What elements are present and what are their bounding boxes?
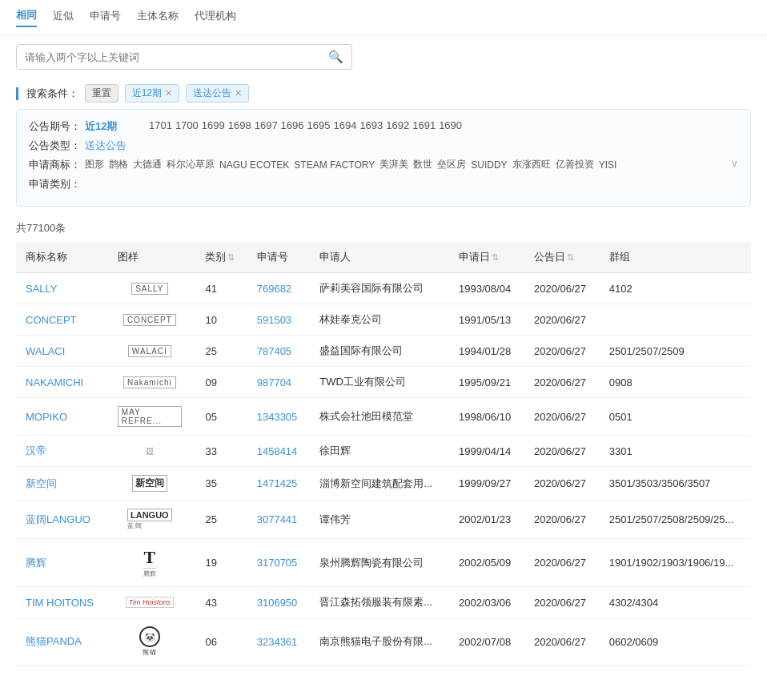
cell-name: MOPIKO xyxy=(16,398,108,436)
brand-name-link[interactable]: CONCEPT xyxy=(26,314,77,326)
filter-tag-period[interactable]: 近12期 ✕ xyxy=(125,84,179,103)
nav-tab-agency[interactable]: 代理机构 xyxy=(195,9,236,26)
brand-name-link[interactable]: WALACI xyxy=(26,345,65,357)
periods-list: 1701 1700 1699 1698 1697 1696 1695 1694 … xyxy=(149,119,738,131)
table-row: NAKAMICHI Nakamichi 09 987704 TWD工业有限公司 … xyxy=(16,367,751,398)
cell-name: 蓝阔LANGUO xyxy=(16,501,108,539)
filter-tag-period-close[interactable]: ✕ xyxy=(165,88,172,99)
conditions-type-row: 公告类型： 送达公告 xyxy=(29,139,738,153)
brand-image-container: 新空间 xyxy=(118,475,182,492)
cell-image: T腾辉 xyxy=(108,539,196,587)
brand-image-container: LANGUO蓝 阔 xyxy=(118,509,182,530)
cell-appdate: 2002/03/06 xyxy=(449,587,524,618)
period-item[interactable]: 1697 xyxy=(255,119,278,131)
sort-class-icon[interactable]: ⇅ xyxy=(227,252,235,262)
brand-name-link[interactable]: NAKAMICHI xyxy=(26,376,83,388)
appnum-link[interactable]: 1471425 xyxy=(257,477,298,489)
filter-tag-notice[interactable]: 送达公告 ✕ xyxy=(186,84,249,103)
filter-tag-notice-close[interactable]: ✕ xyxy=(235,88,242,99)
appnum-link[interactable]: 987704 xyxy=(257,376,291,388)
period-item[interactable]: 1693 xyxy=(359,119,383,131)
brand-name-link[interactable]: 蓝阔LANGUO xyxy=(26,513,90,525)
brand-name-link[interactable]: 熊猫PANDA xyxy=(26,635,82,647)
appnum-link[interactable]: 591503 xyxy=(257,314,291,326)
brand-name-link[interactable]: 汉帝 xyxy=(26,445,46,457)
cell-pubdate: 2020/06/27 xyxy=(524,539,600,587)
cell-appnum: 3106950 xyxy=(247,587,311,618)
brand-name-link[interactable]: SALLY xyxy=(26,283,58,295)
brand-name-link[interactable]: 腾辉 xyxy=(26,557,46,569)
cell-group: 0602/0609 xyxy=(600,618,751,666)
cell-class: 19 xyxy=(195,539,247,587)
th-class: 类别⇅ xyxy=(195,242,247,273)
cell-pubdate: 2020/06/27 xyxy=(524,304,600,336)
cell-appnum: 1471425 xyxy=(247,467,311,501)
appnum-link[interactable]: 787405 xyxy=(257,345,291,357)
nav-tab-subject[interactable]: 主体名称 xyxy=(137,9,179,26)
cell-applicant: 谭伟芳 xyxy=(310,501,449,539)
brand-logo: 🐼熊猫 xyxy=(139,626,160,657)
appnum-link[interactable]: 769682 xyxy=(257,283,291,295)
table-row: TIM HOITONS Tim Hoistons 43 3106950 晋江森拓… xyxy=(16,587,751,618)
sort-pubdate-icon[interactable]: ⇅ xyxy=(567,252,574,262)
cell-image: Nakamichi xyxy=(108,367,196,398)
nav-tab-same[interactable]: 相同 xyxy=(16,8,37,27)
conditions-class-row: 申请类别： xyxy=(29,177,738,191)
cell-applicant: 林娃泰克公司 xyxy=(310,304,449,336)
brand-logo: SALLY xyxy=(131,283,167,295)
appnum-link[interactable]: 1458414 xyxy=(257,445,298,457)
period-item[interactable]: 1698 xyxy=(228,119,251,131)
period-item[interactable]: 1694 xyxy=(333,119,356,131)
sort-appdate-icon[interactable]: ⇅ xyxy=(492,252,499,262)
cell-appnum: 1343305 xyxy=(247,398,311,436)
period-item[interactable]: 1691 xyxy=(412,119,436,131)
appnum-link[interactable]: 3234361 xyxy=(257,636,298,648)
cell-name: 熊猫PANDA xyxy=(16,618,108,666)
result-count: 共77100条 xyxy=(0,215,767,242)
th-group: 群组 xyxy=(600,242,751,273)
trademarks-more-icon[interactable]: ∨ xyxy=(731,158,738,169)
trademark-item: 亿善投资 xyxy=(556,158,594,171)
table-header-row: 商标名称 图样 类别⇅ 申请号 申请人 申请日⇅ 公告日⇅ 群组 xyxy=(16,242,751,273)
th-image: 图样 xyxy=(108,242,196,273)
appnum-link[interactable]: 3170705 xyxy=(257,557,298,569)
search-input[interactable] xyxy=(25,51,328,63)
brand-image-container: Nakamichi xyxy=(118,376,182,388)
period-item[interactable]: 1695 xyxy=(307,119,331,131)
cell-class: 25 xyxy=(195,336,247,367)
cell-appdate: 2002/01/23 xyxy=(449,501,524,539)
th-name: 商标名称 xyxy=(16,242,108,273)
cell-appdate: 1999/09/27 xyxy=(449,467,524,501)
appnum-link[interactable]: 1343305 xyxy=(257,411,298,423)
period-item[interactable]: 1696 xyxy=(281,119,304,131)
brand-logo: 新空间 xyxy=(132,475,167,492)
period-item[interactable]: 1701 xyxy=(149,119,172,131)
brand-image-container: 🖼 xyxy=(118,447,182,456)
type-value[interactable]: 送达公告 xyxy=(85,139,126,153)
cell-appnum: 3077441 xyxy=(247,501,311,539)
period-item[interactable]: 1699 xyxy=(202,119,225,131)
appnum-link[interactable]: 3077441 xyxy=(257,513,298,525)
trademark-item: STEAM FACTORY xyxy=(294,159,375,171)
reset-button[interactable]: 重置 xyxy=(85,84,118,103)
brand-image-container: 🐼熊猫 xyxy=(118,626,182,657)
brand-name-link[interactable]: 新空间 xyxy=(26,477,57,489)
nav-tab-similar[interactable]: 近似 xyxy=(53,9,74,26)
cell-image: WALACI xyxy=(108,336,196,367)
search-area: 🔍 xyxy=(0,36,767,78)
top-navigation: 相同 近似 申请号 主体名称 代理机构 xyxy=(0,0,767,36)
brand-name-link[interactable]: MOPIKO xyxy=(26,411,67,423)
search-icon[interactable]: 🔍 xyxy=(328,50,343,64)
brand-name-link[interactable]: TIM HOITONS xyxy=(26,597,94,609)
period-label: 公告期号： xyxy=(29,119,85,134)
period-item[interactable]: 1692 xyxy=(386,119,409,131)
conditions-trademark-row: 申请商标： 图形鹊格大德通科尔沁草原NAGU ECOTEKSTEAM FACTO… xyxy=(29,158,738,172)
period-item[interactable]: 1690 xyxy=(439,119,462,131)
period-item[interactable]: 1700 xyxy=(175,119,199,131)
table-row: 汉帝 🖼 33 1458414 徐田辉 1999/04/14 2020/06/2… xyxy=(16,436,751,467)
nav-tab-appnum[interactable]: 申请号 xyxy=(90,9,121,26)
cell-class: 06 xyxy=(195,618,247,666)
brand-image-container: MAY REFRE... xyxy=(118,406,182,427)
period-active-value[interactable]: 近12期 xyxy=(85,119,149,134)
appnum-link[interactable]: 3106950 xyxy=(257,597,298,609)
